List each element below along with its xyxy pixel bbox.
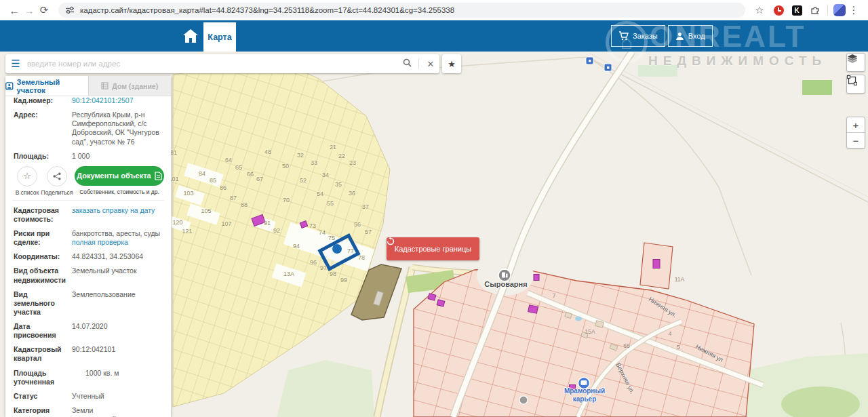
- share-label: Поделиться: [41, 189, 73, 196]
- browser-forward-button[interactable]: →: [22, 5, 37, 16]
- field-label: Площадь уточненная: [14, 369, 85, 386]
- date-assigned-value: 14.07.2020: [72, 322, 163, 340]
- risks-value: банкротства, аресты, суды: [72, 229, 163, 238]
- zoom-out-button[interactable]: −: [847, 133, 865, 148]
- object-info-panel: Земельный участок Дом (здание) Кад.номер…: [5, 76, 171, 417]
- extension-k-icon[interactable]: K: [790, 3, 804, 17]
- profile-avatar[interactable]: [833, 3, 846, 17]
- field-area: Площадь: 1 000: [14, 152, 163, 161]
- search-bar: ☰ ✕: [5, 54, 439, 73]
- field-cad-cost: Кадастровая стоимость: заказать справку …: [14, 206, 163, 224]
- field-label: Статус: [14, 392, 72, 401]
- tab-land-label: Земельный участок: [17, 78, 88, 94]
- field-label: Риски при сделке:: [14, 229, 72, 247]
- field-parcel-kind: Вид земельного участка Землепользование: [14, 290, 163, 317]
- area-refined-value: 1000 кв. м: [85, 369, 163, 386]
- login-label: Вход: [688, 32, 705, 40]
- document-icon: [155, 172, 162, 180]
- field-coordinates: Координаты: 44.824331, 34.253064: [14, 252, 163, 261]
- field-label: Площадь:: [14, 152, 72, 161]
- area-select-icon: [847, 75, 857, 85]
- area-value: 1 000: [72, 152, 163, 161]
- add-to-list-button[interactable]: ☆ В список: [12, 166, 42, 196]
- field-risks: Риски при сделке: банкротства, аресты, с…: [14, 229, 163, 247]
- field-address: Адрес: Республика Крым, р-н Симферопольс…: [14, 111, 163, 146]
- field-category: Категория земель Земли сельскохозяйствен…: [14, 406, 163, 417]
- field-label: Координаты:: [14, 252, 72, 261]
- search-input[interactable]: [26, 59, 398, 68]
- orders-button[interactable]: Заказы: [611, 25, 665, 47]
- share-button[interactable]: Поделиться: [42, 166, 72, 196]
- star-outline-icon: ☆: [17, 166, 37, 186]
- bookmark-star-icon[interactable]: ☆: [752, 4, 767, 16]
- clear-search-icon[interactable]: ✕: [422, 59, 439, 69]
- layers-button[interactable]: [846, 53, 865, 72]
- share-icon: [47, 166, 67, 186]
- coordinates-value: 44.824331, 34.253064: [72, 252, 163, 261]
- area-select-button[interactable]: [846, 75, 865, 94]
- field-area-refined: Площадь уточненная 1000 кв. м: [14, 369, 163, 386]
- field-label: Вид земельного участка: [14, 290, 72, 317]
- top-navigation: Карта Заказы Вход: [0, 20, 868, 52]
- cart-icon: [618, 31, 629, 41]
- tab-land-parcel[interactable]: Земельный участок: [5, 76, 88, 96]
- field-label: Кадастровый квартал: [14, 345, 72, 363]
- field-quarter: Кадастровый квартал 90:12:042101: [14, 345, 163, 363]
- object-kind-value: Земельный участок: [72, 266, 163, 284]
- poi-bus-stop-icon[interactable]: [578, 378, 590, 389]
- field-label: Вид объекта недвижимости: [14, 266, 72, 284]
- object-documents-button[interactable]: Документы объекта Собственник, стоимость…: [75, 166, 164, 195]
- tab-map[interactable]: Карта: [203, 22, 236, 52]
- field-label: Категория земель: [14, 406, 72, 417]
- tab-house-building[interactable]: Дом (здание): [88, 76, 172, 96]
- favorites-button[interactable]: ★: [442, 54, 461, 73]
- zoom-control: + −: [846, 117, 865, 148]
- layers-icon: [847, 54, 858, 64]
- home-icon: [182, 28, 199, 43]
- zoom-in-button[interactable]: +: [847, 117, 865, 133]
- user-icon: [675, 32, 684, 41]
- extension-timer-icon[interactable]: [772, 3, 785, 17]
- building-icon: [101, 82, 108, 90]
- login-button[interactable]: Вход: [668, 25, 713, 47]
- field-object-kind: Вид объекта недвижимости Земельный участ…: [14, 266, 163, 284]
- field-cad-number: Кад.номер: 90:12:042101:2507: [14, 96, 163, 105]
- url-text: кадастр.сайт/кадастровая_карта#lat=44.82…: [80, 6, 454, 14]
- cadastral-number-link[interactable]: 90:12:042101:2507: [72, 96, 163, 105]
- address-value: Республика Крым, р-н Симферопольский, с/…: [72, 111, 163, 146]
- browser-toolbar: ← → ⟳ кадастр.сайт/кадастровая_карта#lat…: [0, 0, 868, 20]
- search-icon[interactable]: [398, 58, 416, 69]
- marker-dot: [332, 244, 342, 254]
- land-parcel-icon: [5, 82, 14, 90]
- cadastral-borders-label: Кадастровые границы: [395, 245, 471, 253]
- add-to-list-label: В список: [16, 189, 39, 196]
- tune-icon: [65, 5, 75, 15]
- field-label: Кад.номер:: [14, 96, 72, 105]
- green-area: [802, 80, 832, 95]
- category-value: Земли сельскохозяйственного назначения: [72, 406, 163, 417]
- documents-caption: Собственник, стоимость и др.: [79, 188, 159, 195]
- orders-label: Заказы: [633, 32, 658, 40]
- field-label: Кадастровая стоимость:: [14, 206, 72, 224]
- extensions-puzzle-icon[interactable]: [808, 3, 822, 17]
- status-value: Учтенный: [72, 392, 163, 401]
- home-button[interactable]: [178, 20, 203, 52]
- documents-label: Документы объекта: [77, 172, 151, 180]
- refresh-icon: [387, 237, 395, 245]
- order-report-link[interactable]: заказать справку на дату: [72, 206, 155, 214]
- tab-house-label: Дом (здание): [112, 82, 158, 90]
- address-bar[interactable]: кадастр.сайт/кадастровая_карта#lat=44.82…: [58, 3, 745, 18]
- quarter-value: 90:12:042101: [72, 345, 163, 363]
- field-label: Дата присвоения: [14, 322, 72, 340]
- parcel-kind-value: Землепользование: [72, 290, 163, 317]
- browser-menu-icon[interactable]: ⋮: [846, 4, 861, 16]
- browser-reload-button[interactable]: ⟳: [37, 4, 52, 16]
- field-label: Адрес:: [14, 111, 72, 146]
- field-status: Статус Учтенный: [14, 392, 163, 401]
- field-date-assigned: Дата присвоения 14.07.2020: [14, 322, 163, 340]
- menu-icon[interactable]: ☰: [5, 58, 26, 70]
- cadastral-borders-button[interactable]: Кадастровые границы: [387, 237, 479, 260]
- poi-cheese-factory-icon[interactable]: [498, 269, 511, 281]
- full-check-link[interactable]: полная проверка: [72, 238, 163, 247]
- browser-back-button[interactable]: ←: [7, 5, 22, 16]
